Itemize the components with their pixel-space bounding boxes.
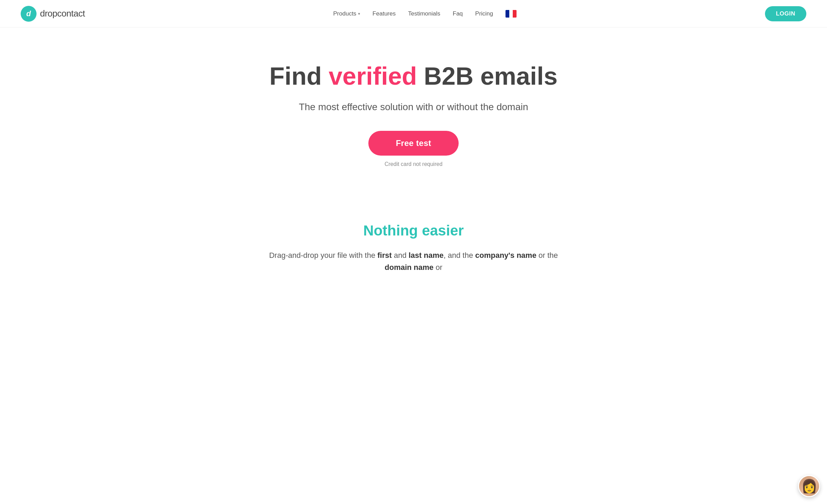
login-button[interactable]: LOGIN: [765, 6, 806, 21]
logo-text: dropcontact: [40, 8, 85, 19]
hero-title: Find verified B2B emails: [269, 62, 558, 91]
free-test-button[interactable]: Free test: [368, 131, 459, 156]
drag-drop-last-name: last name: [409, 251, 444, 260]
hero-title-part1: Find: [269, 62, 329, 90]
drag-drop-domain: domain name: [385, 263, 433, 272]
logo-icon: d: [21, 6, 37, 22]
main-nav: Products ▾ Features Testimonials Faq Pri…: [333, 10, 517, 18]
products-chevron-icon: ▾: [358, 11, 360, 16]
drag-drop-part4: or: [433, 263, 442, 272]
flag-white: [509, 10, 513, 18]
nothing-easier-section: Nothing easier Drag-and-drop your file w…: [0, 195, 827, 280]
nothing-easier-title: Nothing easier: [14, 222, 813, 239]
logo-letter: d: [26, 9, 31, 18]
hero-title-part2: B2B emails: [417, 62, 558, 90]
hero-section: Find verified B2B emails The most effect…: [0, 28, 827, 195]
logo[interactable]: d dropcontact: [21, 6, 85, 22]
drag-drop-first: first: [377, 251, 392, 260]
drag-drop-part1: Drag-and-drop your file with the: [269, 251, 377, 260]
nav-faq[interactable]: Faq: [453, 10, 463, 17]
drag-drop-company: company's name: [475, 251, 537, 260]
nav-features[interactable]: Features: [372, 10, 396, 17]
credit-card-note: Credit card not required: [385, 161, 442, 167]
nav-products[interactable]: Products ▾: [333, 10, 360, 17]
nav-pricing[interactable]: Pricing: [475, 10, 493, 17]
drag-drop-description: Drag-and-drop your file with the first a…: [258, 249, 569, 273]
language-flag-fr[interactable]: [506, 10, 517, 18]
drag-drop-and: and: [392, 251, 409, 260]
flag-red: [513, 10, 517, 18]
navbar: d dropcontact Products ▾ Features Testim…: [0, 0, 827, 28]
drag-drop-part3: or the: [537, 251, 558, 260]
nav-testimonials[interactable]: Testimonials: [408, 10, 440, 17]
hero-subtitle: The most effective solution with or with…: [299, 100, 528, 114]
drag-drop-part2: , and the: [443, 251, 475, 260]
flag-blue: [506, 10, 509, 18]
hero-title-verified: verified: [329, 62, 417, 90]
